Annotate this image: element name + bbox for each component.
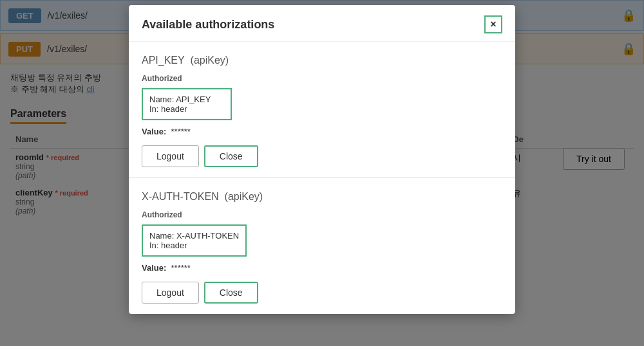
modal-close-x-button[interactable]: ×	[484, 15, 502, 33]
x-auth-token-logout-button[interactable]: Logout	[142, 282, 199, 304]
api-key-close-button[interactable]: Close	[204, 145, 258, 167]
x-auth-token-info-name: Name: X-AUTH-TOKEN	[149, 231, 239, 241]
api-key-logout-button[interactable]: Logout	[142, 145, 199, 167]
api-key-buttons: Logout Close	[142, 145, 502, 167]
modal-header: Available authorizations ×	[129, 5, 515, 42]
x-auth-token-value-masked: ******	[171, 263, 191, 273]
api-key-section: API_KEY (apiKey) Authorized Name: API_KE…	[129, 42, 515, 178]
x-auth-token-section: X-AUTH-TOKEN (apiKey) Authorized Name: X…	[129, 178, 515, 314]
x-auth-token-title: X-AUTH-TOKEN (apiKey)	[142, 191, 502, 203]
api-key-title: API_KEY (apiKey)	[142, 55, 502, 66]
x-auth-token-info-in: In: header	[149, 241, 239, 250]
api-key-authorized-label: Authorized	[142, 74, 502, 83]
api-key-value-masked: ******	[171, 127, 191, 136]
auth-modal: Available authorizations × API_KEY (apiK…	[129, 5, 515, 314]
api-key-value-row: Value: ******	[142, 127, 502, 136]
api-key-value-label: Value:	[142, 127, 166, 136]
x-auth-token-value-label: Value:	[142, 263, 166, 273]
modal-overlay: Available authorizations × API_KEY (apiK…	[0, 0, 644, 346]
x-auth-token-close-button[interactable]: Close	[204, 282, 258, 304]
x-auth-token-authorized-label: Authorized	[142, 210, 502, 219]
modal-title: Available authorizations	[142, 18, 274, 32]
api-key-info-box: Name: API_KEY In: header	[142, 88, 232, 120]
x-auth-token-info-box: Name: X-AUTH-TOKEN In: header	[142, 224, 247, 257]
x-auth-token-value-row: Value: ******	[142, 263, 502, 273]
api-key-info-name: Name: API_KEY	[149, 95, 224, 104]
modal-body: API_KEY (apiKey) Authorized Name: API_KE…	[129, 42, 515, 314]
x-auth-token-buttons: Logout Close	[142, 282, 502, 304]
api-key-info-in: In: header	[149, 104, 224, 114]
